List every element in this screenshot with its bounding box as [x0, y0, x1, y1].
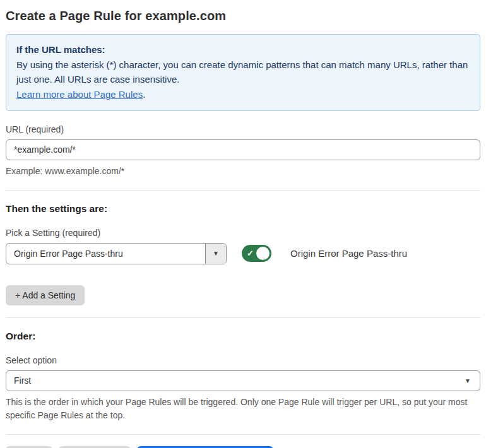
url-input[interactable] — [6, 139, 480, 160]
add-setting-button[interactable]: + Add a Setting — [6, 285, 85, 305]
create-page-rule-form: Create a Page Rule for example.com If th… — [0, 0, 486, 448]
setting-dropdown[interactable]: Origin Error Page Pass-thru ▼ — [6, 243, 227, 264]
order-helper-text: This is the order in which your Page Rul… — [6, 396, 480, 422]
setting-toggle-group: ✓ Origin Error Page Pass-thru — [242, 245, 407, 262]
setting-row: Origin Error Page Pass-thru ▼ ✓ Origin E… — [6, 243, 480, 264]
divider — [6, 434, 480, 435]
page-title: Create a Page Rule for example.com — [6, 9, 480, 23]
url-match-info-box: If the URL matches: By using the asteris… — [6, 34, 480, 111]
settings-section-heading: Then the settings are: — [6, 203, 480, 215]
divider — [6, 190, 480, 191]
url-example-text: Example: www.example.com/* — [6, 165, 480, 178]
order-select-label: Select option — [6, 355, 480, 365]
toggle-knob — [256, 247, 270, 260]
info-box-body: By using the asterisk (*) character, you… — [16, 57, 470, 87]
origin-error-toggle[interactable]: ✓ — [242, 245, 271, 262]
dropdown-arrow-button[interactable]: ▼ — [205, 244, 226, 264]
info-box-heading: If the URL matches: — [16, 42, 470, 57]
link-period: . — [143, 89, 145, 100]
url-field-label: URL (required) — [6, 124, 480, 134]
chevron-down-icon: ▼ — [213, 250, 219, 257]
setting-dropdown-value: Origin Error Page Pass-thru — [6, 244, 205, 264]
divider — [6, 317, 480, 318]
learn-more-link[interactable]: Learn more about Page Rules — [16, 89, 143, 100]
info-box-link-line: Learn more about Page Rules. — [16, 87, 470, 102]
check-icon: ✓ — [247, 249, 254, 257]
order-section-heading: Order: — [6, 331, 480, 342]
order-select-value: First — [14, 375, 31, 386]
order-select[interactable]: First ▼ — [6, 370, 480, 391]
chevron-down-icon: ▼ — [465, 377, 471, 384]
toggle-label: Origin Error Page Pass-thru — [290, 248, 407, 259]
pick-setting-label: Pick a Setting (required) — [6, 228, 480, 238]
